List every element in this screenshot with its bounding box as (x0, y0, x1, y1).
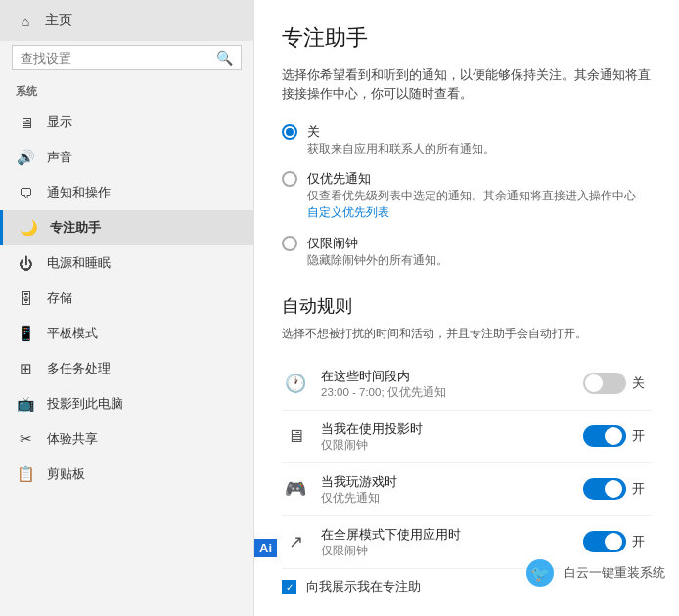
multitask-label: 多任务处理 (47, 360, 111, 377)
fullscreen-sub: 仅限闹钟 (321, 544, 571, 558)
home-icon: ⌂ (16, 13, 35, 29)
gaming-toggle-wrapper: 开 (583, 478, 652, 500)
search-input[interactable] (21, 51, 210, 66)
experience-label: 体验共享 (47, 430, 98, 448)
sidebar-item-multitask[interactable]: ⊞ 多任务处理 (0, 351, 253, 386)
radio-off-text: 关获取来自应用和联系人的所有通知。 (307, 123, 495, 157)
projecting-sub: 仅限闹钟 (321, 438, 571, 453)
radio-off-desc: 获取来自应用和联系人的所有通知。 (307, 141, 495, 157)
page-description: 选择你希望看到和听到的通知，以便能够保持关注。其余通知将直接接操作中心，你可以随… (282, 66, 652, 104)
sidebar-item-tablet[interactable]: 📱 平板模式 (0, 316, 253, 351)
twitter-icon: 🐦 (526, 559, 554, 587)
sidebar-item-storage[interactable]: 🗄 存储 (0, 281, 253, 316)
gaming-sub: 仅优先通知 (321, 491, 571, 506)
sidebar-item-project[interactable]: 📺 投影到此电脑 (0, 386, 253, 421)
power-label: 电源和睡眠 (47, 254, 111, 272)
rule-time: 🕐 在这些时间段内 23:00 - 7:00; 仅优先通知 关 (282, 358, 652, 411)
project-label: 投影到此电脑 (47, 395, 123, 413)
fullscreen-toggle-wrapper: 开 (583, 531, 652, 552)
radio-off: 关获取来自应用和联系人的所有通知。 (282, 123, 652, 157)
fullscreen-toggle-label: 开 (632, 534, 652, 550)
storage-icon: 🗄 (16, 290, 35, 307)
sidebar: ⌂ 主页 🔍 系统 🖥 显示 🔊 声音 🗨 通知和操作 🌙 专注助手 ⏻ 电源和… (0, 0, 254, 616)
projecting-toggle[interactable] (583, 425, 626, 447)
power-icon: ⏻ (16, 255, 35, 272)
sidebar-list: 🖥 显示 🔊 声音 🗨 通知和操作 🌙 专注助手 ⏻ 电源和睡眠 🗄 存储 📱 … (0, 105, 253, 616)
clipboard-label: 剪贴板 (47, 465, 85, 483)
projecting-toggle-wrapper: 开 (583, 425, 652, 447)
experience-icon: ✂ (16, 430, 35, 448)
sidebar-item-power[interactable]: ⏻ 电源和睡眠 (0, 245, 253, 281)
clipboard-icon: 📋 (16, 465, 35, 483)
ai-label: Ai (254, 539, 277, 557)
search-icon: 🔍 (216, 50, 233, 66)
display-label: 显示 (47, 113, 72, 131)
radio-alarm-label: 仅限闹钟 (307, 235, 448, 252)
time-toggle-wrapper: 关 (583, 373, 652, 394)
sidebar-item-focus[interactable]: 🌙 专注助手 (0, 210, 253, 245)
radio-off-circle[interactable] (282, 124, 297, 140)
sound-label: 声音 (47, 149, 72, 166)
gaming-text: 当我玩游戏时 仅优先通知 (321, 473, 571, 506)
fullscreen-text: 在全屏模式下使用应用时 仅限闹钟 (321, 526, 571, 558)
rule-projecting: 🖥 当我在使用投影时 仅限闹钟 开 (282, 411, 652, 463)
page-title: 专注助手 (282, 23, 652, 53)
sidebar-item-notify[interactable]: 🗨 通知和操作 (0, 175, 253, 210)
sound-icon: 🔊 (16, 149, 35, 166)
radio-priority-text: 仅优先通知仅查看优先级列表中选定的通知。其余通知将直接进入操作中心 自定义优先列… (307, 170, 636, 221)
radio-priority-circle[interactable] (282, 171, 297, 187)
radio-priority-link[interactable]: 自定义优先列表 (307, 204, 636, 221)
radio-priority-label: 仅优先通知 (307, 170, 636, 188)
radio-alarm-circle[interactable] (282, 236, 297, 251)
notify-icon: 🗨 (16, 185, 35, 201)
main-content: 专注助手 选择你希望看到和听到的通知，以便能够保持关注。其余通知将直接接操作中心… (254, 0, 679, 616)
notify-checkbox[interactable] (282, 580, 296, 594)
focus-label: 专注助手 (50, 219, 101, 237)
rules-list: 🕐 在这些时间段内 23:00 - 7:00; 仅优先通知 关 🖥 当我在使用投… (282, 358, 652, 569)
gaming-name: 当我玩游戏时 (321, 473, 571, 491)
sidebar-item-sound[interactable]: 🔊 声音 (0, 140, 253, 175)
watermark-site: 白云一键重装系统 (564, 565, 665, 580)
radio-alarm: 仅限闹钟隐藏除闹钟外的所有通知。 (282, 235, 652, 269)
rule-gaming: 🎮 当我玩游戏时 仅优先通知 开 (282, 463, 652, 516)
display-icon: 🖥 (16, 114, 35, 131)
sidebar-item-clipboard[interactable]: 📋 剪贴板 (0, 457, 253, 492)
time-name: 在这些时间段内 (321, 368, 571, 385)
time-sub: 23:00 - 7:00; 仅优先通知 (321, 385, 571, 400)
projecting-toggle-label: 开 (632, 428, 652, 445)
time-toggle-label: 关 (632, 375, 652, 392)
fullscreen-name: 在全屏模式下使用应用时 (321, 526, 571, 544)
projecting-name: 当我在使用投影时 (321, 420, 571, 438)
gaming-toggle[interactable] (583, 478, 626, 500)
sidebar-item-experience[interactable]: ✂ 体验共享 (0, 421, 253, 457)
sidebar-item-display[interactable]: 🖥 显示 (0, 105, 253, 140)
time-toggle[interactable] (583, 373, 626, 394)
search-box[interactable]: 🔍 (12, 45, 242, 70)
notify-label: 通知和操作 (47, 184, 111, 201)
focus-icon: 🌙 (19, 219, 38, 237)
radio-alarm-text: 仅限闹钟隐藏除闹钟外的所有通知。 (307, 235, 448, 269)
radio-priority: 仅优先通知仅查看优先级列表中选定的通知。其余通知将直接进入操作中心 自定义优先列… (282, 170, 652, 221)
radio-alarm-desc: 隐藏除闹钟外的所有通知。 (307, 252, 448, 269)
home-button[interactable]: ⌂ 主页 (0, 0, 253, 41)
radio-priority-desc: 仅查看优先级列表中选定的通知。其余通知将直接进入操作中心 (307, 188, 636, 204)
fullscreen-toggle[interactable] (583, 531, 626, 552)
multitask-icon: ⊞ (16, 360, 35, 377)
time-icon: 🕐 (282, 373, 309, 394)
time-text: 在这些时间段内 23:00 - 7:00; 仅优先通知 (321, 368, 571, 400)
tablet-label: 平板模式 (47, 325, 98, 342)
tablet-icon: 📱 (16, 325, 35, 342)
section-label: 系统 (0, 78, 253, 105)
watermark-text: 白云一键重装系统 (560, 562, 669, 584)
storage-label: 存储 (47, 289, 72, 307)
project-icon: 📺 (16, 395, 35, 413)
auto-rules-desc: 选择不想被打扰的时间和活动，并且专注助手会自动打开。 (282, 326, 652, 342)
projecting-text: 当我在使用投影时 仅限闹钟 (321, 420, 571, 453)
auto-rules-title: 自动规则 (282, 294, 652, 318)
gaming-icon: 🎮 (282, 478, 309, 500)
checkbox-label: 向我展示我在专注助 (306, 579, 421, 595)
projecting-icon: 🖥 (282, 426, 309, 447)
watermark: 🐦 白云一键重装系统 (526, 559, 669, 587)
home-label: 主页 (45, 12, 72, 29)
fullscreen-icon: ↗ (282, 531, 309, 552)
